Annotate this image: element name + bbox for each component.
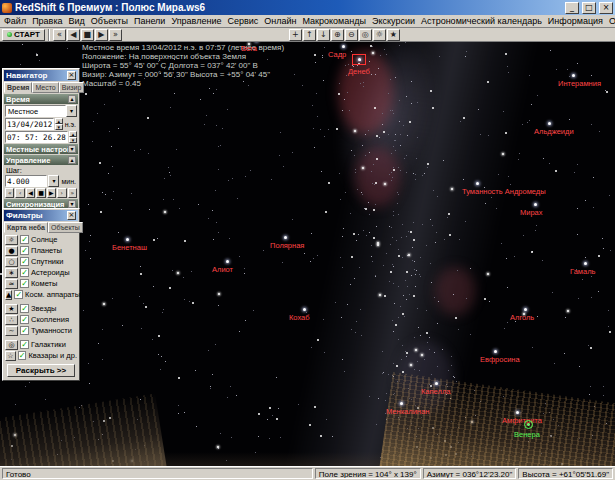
menu-item-2[interactable]: Правка [29, 16, 65, 26]
time-field[interactable]: 07: 57: 26.28 [5, 131, 68, 143]
comets-checkbox[interactable]: ✓ [20, 279, 29, 288]
planet-marker[interactable] [524, 420, 533, 429]
stop-time-icon[interactable]: ■ [81, 29, 94, 41]
object-label-2[interactable]: Садр [328, 51, 346, 59]
spacecraft-checkbox[interactable]: ✓ [14, 290, 23, 299]
local-settings-section-header[interactable]: Местные настройки ▾ [4, 144, 78, 154]
step-dropdown-icon[interactable]: ▾ [48, 175, 59, 187]
control-collapse-icon[interactable]: ▴ [68, 156, 76, 164]
quasars-checkbox[interactable]: ✓ [18, 351, 27, 360]
object-label-1[interactable]: Вега [241, 45, 257, 53]
expand-button[interactable]: Раскрыть >> [7, 364, 75, 377]
navigator-close-button[interactable]: × [67, 71, 76, 80]
satellites-icon[interactable]: ○ [5, 257, 18, 267]
time-play-back-button[interactable]: ◀ [26, 188, 35, 198]
sun-checkbox[interactable]: ✓ [20, 235, 29, 244]
nebulae-checkbox[interactable]: ✓ [20, 326, 29, 335]
object-label-11[interactable]: Гамаль [570, 268, 595, 276]
local-settings-collapse-icon[interactable]: ▾ [68, 145, 76, 153]
zoom-out-icon[interactable]: ⊖ [345, 29, 358, 41]
filters-tab-1[interactable]: Карта неба [4, 222, 48, 233]
object-label-6[interactable]: Туманность Андромеды [462, 188, 546, 196]
clusters-checkbox[interactable]: ✓ [20, 315, 29, 324]
control-section-header[interactable]: Управление ▴ [4, 155, 78, 165]
object-label-5[interactable]: Альджеиди [534, 128, 574, 136]
asteroids-checkbox[interactable]: ✓ [20, 268, 29, 277]
date-spinner[interactable]: ▴▾ [55, 118, 63, 130]
date-field[interactable]: 13/04/2012 [5, 118, 54, 130]
pan-up-icon[interactable]: ↑ [303, 29, 316, 41]
satellites-checkbox[interactable]: ✓ [20, 257, 29, 266]
galaxies-checkbox[interactable]: ✓ [20, 340, 29, 349]
play-time-icon[interactable]: ▶ [95, 29, 108, 41]
nebulae-icon[interactable]: ~ [5, 326, 18, 336]
menu-item-3[interactable]: Вид [66, 16, 88, 26]
sun-icon[interactable]: ☼ [5, 235, 18, 245]
close-button[interactable]: × [599, 2, 613, 14]
filters-title-bar[interactable]: Фильтры × [4, 210, 78, 221]
object-label-3[interactable]: Денеб [348, 68, 370, 76]
navigator-tab-3[interactable]: Визир [59, 82, 85, 93]
clusters-icon[interactable]: ∴ [5, 315, 18, 325]
filters-close-button[interactable]: × [67, 211, 76, 220]
stars-icon[interactable]: ★ [387, 29, 400, 41]
daylight-icon[interactable]: ☼ [373, 29, 386, 41]
filters-tab-2[interactable]: Объекты [48, 222, 83, 233]
zoom-in-icon[interactable]: ⊕ [331, 29, 344, 41]
object-label-14[interactable]: Евфросина [480, 356, 520, 364]
time-spinner[interactable]: ▴▾ [69, 131, 77, 143]
find-object-icon[interactable]: ◎ [359, 29, 372, 41]
navigator-tab-2[interactable]: Место [32, 82, 58, 93]
menu-item-8[interactable]: Онлайн [261, 16, 299, 26]
pan-down-icon[interactable]: ↓ [317, 29, 330, 41]
object-label-18[interactable]: Венера [514, 431, 540, 439]
minimize-button[interactable]: _ [565, 2, 579, 14]
menu-item-13[interactable]: Окно [606, 16, 615, 26]
step-value-field[interactable]: 4.000 [5, 175, 47, 187]
center-object-icon[interactable]: + [289, 29, 302, 41]
start-button[interactable]: СТАРТ [2, 29, 45, 41]
fast-rewind-icon[interactable]: « [53, 29, 66, 41]
object-label-13[interactable]: Алголь [510, 314, 534, 322]
object-label-9[interactable]: Полярная [270, 242, 304, 250]
object-label-16[interactable]: Менкалинан [386, 408, 429, 416]
fast-forward-icon[interactable]: » [109, 29, 122, 41]
sky-view[interactable]: Местное время 13/04/2012 н.э. в 07:57 (л… [0, 42, 615, 466]
maximize-button[interactable]: □ [582, 2, 596, 14]
asteroids-icon[interactable]: ∗ [5, 268, 18, 278]
spacecraft-icon[interactable]: ▲ [5, 290, 12, 300]
time-section-collapse-icon[interactable]: ▴ [68, 95, 76, 103]
object-label-7[interactable]: Мирах [520, 209, 543, 217]
stars-checkbox[interactable]: ✓ [20, 304, 29, 313]
object-label-15[interactable]: Капелла [421, 388, 450, 396]
object-label-8[interactable]: Бенетнаш [112, 244, 147, 252]
time-zone-select[interactable]: Местное ▾ [5, 105, 77, 117]
navigator-title-bar[interactable]: Навигатор × [4, 70, 78, 81]
menu-item-7[interactable]: Сервис [224, 16, 261, 26]
galaxies-icon[interactable]: ◎ [5, 340, 18, 350]
step-back-icon[interactable]: ◀ [67, 29, 80, 41]
sync-collapse-icon[interactable]: ▾ [68, 200, 76, 208]
comets-icon[interactable]: ≈ [5, 279, 18, 289]
menu-item-9[interactable]: Макрокоманды [300, 16, 369, 26]
time-zone-dropdown-icon[interactable]: ▾ [66, 105, 77, 117]
menu-item-12[interactable]: Информация [545, 16, 606, 26]
quasars-icon[interactable]: ☆ [5, 351, 16, 361]
planets-checkbox[interactable]: ✓ [20, 246, 29, 255]
time-fast-rewind-button[interactable]: « [5, 188, 14, 198]
menu-item-6[interactable]: Управление [168, 16, 224, 26]
menu-item-5[interactable]: Панели [131, 16, 168, 26]
object-label-12[interactable]: Кохаб [289, 314, 310, 322]
menu-item-11[interactable]: Астрономический календарь [418, 16, 545, 26]
time-play-button[interactable]: ▶ [47, 188, 56, 198]
time-fast-forward-button[interactable]: » [68, 188, 77, 198]
object-label-4[interactable]: Интерамния [558, 80, 601, 88]
navigator-tab-1[interactable]: Время [4, 82, 32, 93]
planets-icon[interactable]: ● [5, 246, 18, 256]
object-label-10[interactable]: Алиот [212, 266, 233, 274]
time-step-back-button[interactable]: ‹ [15, 188, 24, 198]
menu-item-4[interactable]: Объекты [88, 16, 131, 26]
stars-icon[interactable]: ★ [5, 304, 18, 314]
menu-item-1[interactable]: Файл [1, 16, 29, 26]
time-section-header[interactable]: Время ▴ [4, 94, 78, 104]
